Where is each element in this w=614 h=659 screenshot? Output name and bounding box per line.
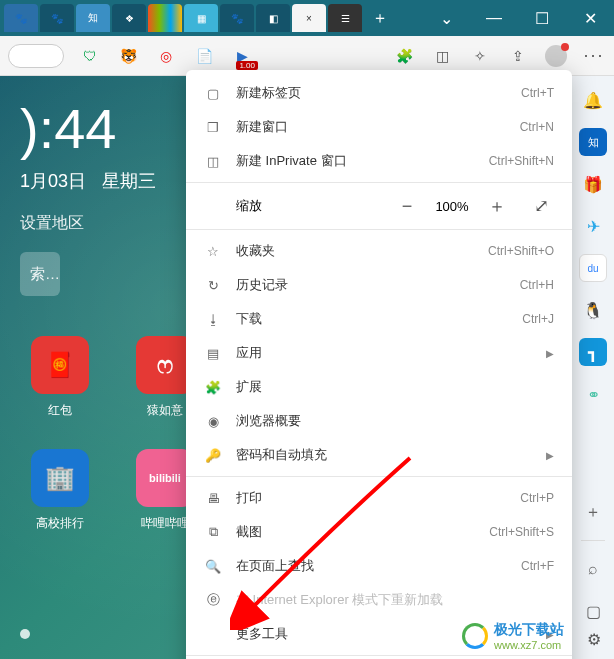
profile-avatar[interactable] — [544, 44, 568, 68]
new-tab-button[interactable]: ＋ — [364, 8, 396, 29]
app-icon[interactable]: ┓ — [579, 338, 607, 366]
find-icon: 🔍 — [204, 557, 222, 575]
sidebar: 🔔 知 🎁 ✈ du 🐧 ┓ ⚭ ＋ ⌕ ▢ — [572, 76, 614, 659]
menu-apps[interactable]: ▤ 应用 ▶ — [186, 336, 572, 370]
screenshot-icon: ⧉ — [204, 523, 222, 541]
add-icon[interactable]: ＋ — [579, 498, 607, 526]
chevron-right-icon: ▶ — [546, 348, 554, 359]
tab-strip: 🐾 🐾 知 ❖ ▦ 🐾 ◧ × ☰ ＋ — [4, 4, 426, 32]
close-button[interactable]: ✕ — [570, 3, 610, 33]
new-tab-icon: ▢ — [204, 84, 222, 102]
zoom-value: 100% — [430, 199, 474, 214]
doc-icon[interactable]: 📄 — [192, 44, 216, 68]
menu-inprivate[interactable]: ◫ 新建 InPrivate 窗口 Ctrl+Shift+N — [186, 144, 572, 178]
menu-essentials[interactable]: ◉ 浏览器概要 — [186, 404, 572, 438]
menu-favorites[interactable]: ☆ 收藏夹 Ctrl+Shift+O — [186, 234, 572, 268]
menu-history[interactable]: ↻ 历史记录 Ctrl+H — [186, 268, 572, 302]
app-menu: ▢ 新建标签页 Ctrl+T ❐ 新建窗口 Ctrl+N ◫ 新建 InPriv… — [186, 70, 572, 659]
tile-hongbao[interactable]: 🧧红包 — [20, 336, 100, 419]
link-icon[interactable]: ⚭ — [579, 380, 607, 408]
puzzle-icon: 🧩 — [204, 378, 222, 396]
tab[interactable]: ☰ — [328, 4, 362, 32]
qq-icon[interactable]: 🐧 — [579, 296, 607, 324]
target-icon[interactable]: ◎ — [154, 44, 178, 68]
favorites-icon[interactable]: ✧ — [468, 44, 492, 68]
search-input[interactable]: 索… — [20, 252, 60, 296]
menu-new-tab[interactable]: ▢ 新建标签页 Ctrl+T — [186, 76, 572, 110]
badge: 1.00 — [236, 61, 258, 70]
gift-icon[interactable]: 🎁 — [579, 170, 607, 198]
watermark-title: 极光下载站 — [494, 621, 564, 639]
page-indicator — [20, 629, 30, 639]
menu-passwords[interactable]: 🔑 密码和自动填充 ▶ — [186, 438, 572, 472]
tab[interactable]: 🐾 — [4, 4, 38, 32]
shield-icon[interactable]: 🛡 — [78, 44, 102, 68]
window-controls: ⌄ ― ☐ ✕ — [426, 3, 610, 33]
key-icon: 🔑 — [204, 446, 222, 464]
chat-icon[interactable]: ⌕ — [579, 555, 607, 583]
device-icon[interactable]: ▢ — [579, 597, 607, 625]
titlebar: 🐾 🐾 知 ❖ ▦ 🐾 ◧ × ☰ ＋ ⌄ ― ☐ ✕ — [0, 0, 614, 36]
home-icon[interactable] — [8, 44, 64, 68]
menu-new-window[interactable]: ❐ 新建窗口 Ctrl+N — [186, 110, 572, 144]
menu-ie-mode: ⓔ 在 Internet Explorer 模式下重新加载 — [186, 583, 572, 617]
fullscreen-icon[interactable]: ⤢ — [528, 193, 554, 219]
new-window-icon: ❐ — [204, 118, 222, 136]
weekday-text: 星期三 — [102, 169, 156, 193]
menu-print[interactable]: 🖶 打印 Ctrl+P — [186, 481, 572, 515]
maximize-button[interactable]: ☐ — [522, 3, 562, 33]
zoom-in-button[interactable]: ＋ — [484, 193, 510, 219]
baidu-icon[interactable]: du — [579, 254, 607, 282]
tab-overview-icon[interactable]: ⌄ — [426, 3, 466, 33]
bell-icon[interactable]: 🔔 — [579, 86, 607, 114]
chevron-right-icon: ▶ — [546, 450, 554, 461]
history-icon: ↻ — [204, 276, 222, 294]
tiger-icon[interactable]: 🐯 — [116, 44, 140, 68]
menu-zoom: 缩放 − 100% ＋ ⤢ — [186, 187, 572, 225]
watermark-url: www.xz7.com — [494, 639, 564, 651]
tab[interactable]: 🐾 — [220, 4, 254, 32]
telegram-icon[interactable]: ✈ — [579, 212, 607, 240]
video-icon[interactable]: ▶1.00 — [230, 44, 254, 68]
share-icon[interactable]: ⇪ — [506, 44, 530, 68]
menu-downloads[interactable]: ⭳ 下载 Ctrl+J — [186, 302, 572, 336]
minimize-button[interactable]: ― — [474, 3, 514, 33]
tab[interactable]: ◧ — [256, 4, 290, 32]
date-text: 1月03日 — [20, 169, 86, 193]
apps-icon: ▤ — [204, 344, 222, 362]
zoom-out-button[interactable]: − — [394, 193, 420, 219]
tab[interactable]: ❖ — [112, 4, 146, 32]
zhihu-icon[interactable]: 知 — [579, 128, 607, 156]
split-icon[interactable]: ◫ — [430, 44, 454, 68]
star-icon: ☆ — [204, 242, 222, 260]
tile-gaoxiao[interactable]: 🏢高校排行 — [20, 449, 100, 532]
ie-icon: ⓔ — [204, 591, 222, 609]
tab[interactable]: ▦ — [184, 4, 218, 32]
print-icon: 🖶 — [204, 489, 222, 507]
extensions-icon[interactable]: 🧩 — [392, 44, 416, 68]
menu-extensions[interactable]: 🧩 扩展 — [186, 370, 572, 404]
inprivate-icon: ◫ — [204, 152, 222, 170]
tab[interactable] — [148, 4, 182, 32]
tab-active[interactable]: × — [292, 4, 326, 32]
menu-button[interactable]: ··· — [582, 44, 606, 68]
watermark: 极光下载站 www.xz7.com — [462, 621, 564, 651]
menu-screenshot[interactable]: ⧉ 截图 Ctrl+Shift+S — [186, 515, 572, 549]
essentials-icon: ◉ — [204, 412, 222, 430]
download-icon: ⭳ — [204, 310, 222, 328]
watermark-logo — [462, 623, 488, 649]
menu-find[interactable]: 🔍 在页面上查找 Ctrl+F — [186, 549, 572, 583]
tab[interactable]: 知 — [76, 4, 110, 32]
sidebar-gear-icon[interactable]: ⚙ — [580, 625, 608, 653]
tab[interactable]: 🐾 — [40, 4, 74, 32]
